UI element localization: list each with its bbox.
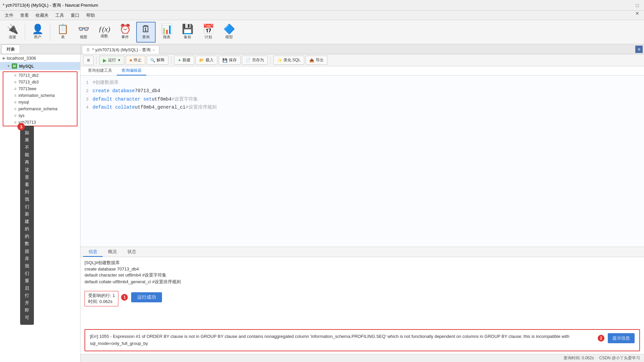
toolbar-view[interactable]: 👓 视图 <box>74 22 93 43</box>
toolbar-user[interactable]: 👤 用户 <box>28 22 47 43</box>
export-button[interactable]: 📤 导出 <box>306 56 327 65</box>
toolbar-function[interactable]: ƒ(x) 函数 <box>95 22 114 43</box>
explain-icon: 🔍 <box>150 58 155 63</box>
code-value-4: utf8mb4_general_ci <box>135 104 185 111</box>
result-line-3: default collate utf8mb4_general_ci #设置排序… <box>85 279 640 285</box>
toolbar-event[interactable]: ⏰ 事件 <box>115 22 135 43</box>
db-item-sys[interactable]: ≡ sys <box>3 112 77 119</box>
toolbar-user-label: 用户 <box>34 35 41 40</box>
code-line-3: 3 default character set utf8mb4 #设置字符集 <box>80 95 644 104</box>
toolbar-divider-2 <box>171 56 171 64</box>
menu-bar: 文件 查看 收藏夹 工具 窗口 帮助 <box>0 11 644 20</box>
menu-window[interactable]: 窗口 <box>67 11 83 20</box>
toolbar-query-label: 查询 <box>142 35 150 40</box>
beautify-button[interactable]: ✨ 美化 SQL <box>273 56 304 65</box>
toolbar-backup[interactable]: 💾 备份 <box>178 22 197 43</box>
new-button[interactable]: ✦ 新建 <box>174 56 194 65</box>
toolbar-view-label: 视图 <box>80 35 87 40</box>
db-item-performance-schema[interactable]: ≡ performance_schema <box>3 106 77 112</box>
load-button[interactable]: 📂 载入 <box>196 56 217 65</box>
editor-spacer <box>80 143 644 247</box>
run-dropdown-icon: ▼ <box>117 58 121 62</box>
explain-button[interactable]: 🔍 解释 <box>147 56 168 65</box>
menu-button[interactable]: ≡ <box>83 56 94 65</box>
error-box: [Err] 1055 - Expression #1 of ORDER BY c… <box>85 329 640 351</box>
toolbar-model-label: 模型 <box>225 35 233 40</box>
menu-help[interactable]: 帮助 <box>83 11 98 20</box>
query-tab-active[interactable]: 🗓 * yzh70713(4) (MySQL) - 查询 × <box>82 45 159 54</box>
toolbar-backup-label: 备份 <box>184 35 191 40</box>
result-tab-status[interactable]: 状态 <box>122 247 142 257</box>
db-item-yzh70713[interactable]: ≡ yzh70713 <box>3 119 77 126</box>
query-editor-tabs: 查询创建工具 查询编辑器 <box>80 66 644 76</box>
db-item-mysql[interactable]: ≡ mysql <box>3 99 77 106</box>
connect-icon: 🔌 <box>7 24 18 34</box>
menu-favorites[interactable]: 收藏夹 <box>32 11 52 20</box>
menu-view[interactable]: 查看 <box>17 11 32 20</box>
menu-icon: ≡ <box>87 57 90 63</box>
query-toolbar: ≡ ▶ 运行 ▼ ■ 停止 🔍 解释 ✦ <box>80 54 644 66</box>
main-toolbar: 🔌 连接 👤 用户 📋 表 👓 视图 ƒ(x) 函数 ⏰ 事件 🗓 查询 <box>0 20 644 44</box>
sidebar-mysql-group[interactable]: ▼ M MySQL <box>0 62 80 70</box>
run-button[interactable]: ▶ 运行 ▼ <box>99 56 124 65</box>
db-item-70713-db2[interactable]: ≡ 70713_db2 <box>3 72 77 79</box>
result-tab-overview[interactable]: 概况 <box>103 247 122 257</box>
result-content: [SQL]#创建数据库 create database 70713_db4 de… <box>80 257 644 327</box>
backup-icon: 💾 <box>182 24 194 34</box>
mysql-label: MySQL <box>19 64 34 69</box>
tab-editor[interactable]: 查询编辑器 <box>117 66 146 75</box>
menu-file[interactable]: 文件 <box>1 11 17 20</box>
result-tab-info[interactable]: 信息 <box>83 247 103 257</box>
tab-close-icon[interactable]: × <box>153 48 155 52</box>
db-icon: ≡ <box>14 86 16 91</box>
close-button[interactable]: ✕ <box>633 9 641 17</box>
toolbar-divider-2 <box>50 24 50 41</box>
success-text: 运行成功 <box>137 294 156 300</box>
code-keyword-2: create database <box>93 87 135 95</box>
toolbar-schedule[interactable]: 📅 计划 <box>199 22 218 43</box>
tab-create-tool[interactable]: 查询创建工具 <box>83 66 117 75</box>
error-text: [Err] 1055 - Expression #1 of ORDER BY c… <box>90 333 594 347</box>
affected-rows-box: 受影响的行: 1 时间: 0.062s <box>85 291 118 306</box>
sidebar-server[interactable]: ▶ localhost_3306 <box>0 54 80 62</box>
event-icon: ⏰ <box>119 24 131 34</box>
toolbar-report[interactable]: 📊 报表 <box>157 22 176 43</box>
code-keyword-3: default character set <box>93 96 152 103</box>
toolbar-event-label: 事件 <box>121 35 129 40</box>
toolbar-query[interactable]: 🗓 查询 <box>136 22 156 43</box>
save-as-button[interactable]: 📄 另存为 <box>242 56 268 65</box>
db-icon: ≡ <box>14 73 16 78</box>
stop-icon: ■ <box>129 58 132 63</box>
code-line-1: 1 #创建数据库 <box>80 78 644 87</box>
code-editor[interactable]: 1 #创建数据库 2 create database 70713_db4 3 d… <box>80 76 644 143</box>
db-item-70713-db3[interactable]: ≡ 70713_db3 <box>3 79 77 85</box>
save-button[interactable]: 💾 保存 <box>219 56 240 65</box>
db-icon: ≡ <box>14 80 16 84</box>
title-bar: * yzh70713(4) (MySQL) - 查询 - Navicat Pre… <box>0 0 644 11</box>
query-icon: 🗓 <box>141 24 151 34</box>
db-item-information-schema[interactable]: ≡ information_schema <box>3 92 77 99</box>
sidebar: 对象 ▶ localhost_3306 ▼ M MySQL ≡ 70713_db… <box>0 44 80 362</box>
code-value-2: 70713_db4 <box>135 87 160 95</box>
query-time: 查询时间: 0.062s <box>564 355 594 361</box>
toolbar-model[interactable]: 🔷 模型 <box>219 22 239 43</box>
hint-button[interactable]: 提示信息 <box>608 333 635 343</box>
stop-button[interactable]: ■ 停止 <box>126 56 145 65</box>
table-icon: 📋 <box>57 24 69 34</box>
view-icon: 👓 <box>78 24 90 34</box>
model-icon: 🔷 <box>223 24 235 34</box>
save-icon: 💾 <box>222 58 227 63</box>
toolbar-connect[interactable]: 🔌 连接 <box>3 22 22 43</box>
hint-label: 提示信息 <box>612 335 630 341</box>
toolbar-table-label: 表 <box>61 35 65 40</box>
toolbar-table[interactable]: 📋 表 <box>53 22 72 43</box>
success-button[interactable]: 运行成功 <box>131 292 162 302</box>
tab-objects[interactable]: 对象 <box>1 45 20 54</box>
db-item-70713eee[interactable]: ≡ 70713eee <box>3 85 77 92</box>
beautify-icon: ✨ <box>277 58 282 63</box>
time-text: 时间: 0.062s <box>88 299 115 305</box>
code-comment-1: #创建数据库 <box>93 79 119 86</box>
corner-button[interactable]: ≡ <box>635 46 643 53</box>
menu-tools[interactable]: 工具 <box>52 11 67 20</box>
maximize-button[interactable]: □ <box>633 1 641 9</box>
